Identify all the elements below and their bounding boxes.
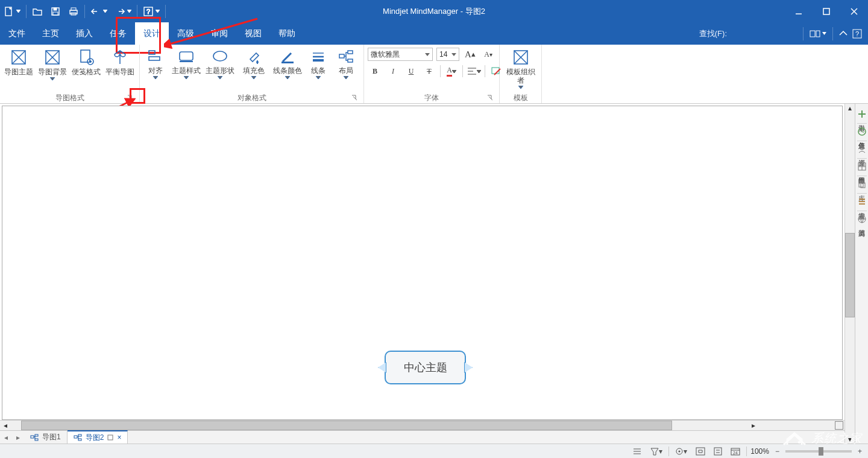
dock-browser[interactable]: 浏览器	[856, 212, 868, 227]
topic-expand-left[interactable]	[378, 362, 386, 373]
bold-button[interactable]: B	[368, 64, 382, 78]
zoom-slider[interactable]	[785, 450, 852, 453]
map-background-icon	[43, 48, 61, 66]
zoom-in-button[interactable]: +	[855, 447, 864, 456]
qat-new-button[interactable]	[0, 0, 24, 22]
document-tab-1[interactable]: 导图1	[24, 431, 68, 444]
document-tab-2[interactable]: 导图2 ×	[68, 430, 128, 444]
find-label[interactable]: 查找(F):	[699, 28, 727, 39]
qat-redo-button[interactable]	[111, 0, 135, 22]
h-scroll-thumb[interactable]	[21, 421, 672, 430]
balance-map-icon	[111, 48, 129, 66]
ribbon-map-background-button[interactable]: 导图背景	[37, 47, 68, 92]
tab-design[interactable]: 设计	[135, 22, 169, 45]
collapse-ribbon-button[interactable]	[837, 30, 850, 37]
ribbon-layout-button[interactable]	[807, 29, 829, 39]
tab-task[interactable]: 任务	[101, 22, 135, 45]
zoom-level[interactable]: 100%	[750, 447, 769, 456]
scroll-down-button[interactable]: ▾	[845, 435, 855, 444]
map-icon	[74, 434, 82, 441]
page-control-button[interactable]	[835, 421, 843, 430]
svg-point-33	[213, 51, 227, 61]
dock-taskinfo[interactable]: 任务信息	[856, 125, 868, 139]
ribbon-notes-format-button[interactable]: 便笺格式	[71, 47, 101, 92]
ribbon-group-launcher-map-format[interactable]	[126, 94, 134, 102]
status-fit-button[interactable]	[693, 447, 708, 456]
ribbon-map-theme-button[interactable]: 导图主题	[4, 47, 34, 92]
ribbon-group-launcher-font[interactable]	[486, 94, 494, 102]
dock-search[interactable]: 搜索	[856, 195, 868, 209]
ribbon-fill-color-button[interactable]: 填充色	[239, 47, 269, 92]
status-filter-funnel-button[interactable]: ▾	[648, 447, 665, 456]
text-align-button[interactable]	[467, 64, 481, 78]
underline-button[interactable]: U	[404, 64, 418, 78]
ribbon-group-font: 微软雅黑 14 A▴ A▾ B I U T A	[364, 45, 500, 103]
shrink-font-button[interactable]: A▾	[481, 47, 495, 62]
ribbon-layout-button[interactable]: 布局	[334, 47, 358, 92]
dock-resources[interactable]: 资源	[856, 142, 868, 157]
ribbon-topic-style-button[interactable]: 主题样式	[171, 47, 201, 92]
qat-help-button[interactable]: ?	[139, 0, 163, 22]
ribbon-template-organizer-button[interactable]: 模板组织者	[503, 47, 538, 92]
ribbon-group-launcher-object-format[interactable]	[350, 94, 359, 102]
ribbon-balance-map-button[interactable]: 平衡导图	[105, 47, 135, 92]
tab-review[interactable]: 审阅	[203, 22, 236, 45]
qat-separator	[165, 5, 166, 18]
status-filter-list-button[interactable]	[630, 447, 644, 456]
canvas[interactable]: 中心主题	[2, 106, 843, 420]
tab-insert[interactable]: 插入	[68, 22, 101, 45]
qat-undo-button[interactable]	[87, 0, 111, 22]
doctab-next-button[interactable]: ▸	[12, 431, 24, 444]
font-size-select[interactable]: 14	[436, 48, 459, 61]
fill-color-icon	[245, 48, 262, 65]
tab-home[interactable]: 主页	[34, 22, 68, 45]
tab-help[interactable]: 帮助	[270, 22, 304, 45]
scroll-up-button[interactable]: ▴	[845, 104, 855, 112]
scroll-right-button[interactable]: ▸	[749, 421, 759, 430]
ribbon-topic-shape-button[interactable]: 主题形状	[205, 47, 235, 92]
qat-save-button[interactable]	[46, 0, 64, 22]
menu-row: 文件 主页 插入 任务 设计 高级 审阅 视图 帮助 查找(F): ?	[0, 22, 868, 45]
central-topic[interactable]: 中心主题	[385, 351, 466, 384]
zoom-out-button[interactable]: −	[773, 447, 782, 456]
status-collapse-button[interactable]	[711, 447, 725, 456]
v-scroll-thumb[interactable]	[845, 233, 855, 317]
tab-view[interactable]: 视图	[236, 22, 270, 45]
svg-rect-14	[816, 31, 820, 37]
horizontal-scrollbar[interactable]: ◂ ▸	[0, 420, 844, 430]
status-calendar-button[interactable]: 24	[728, 447, 743, 456]
italic-button[interactable]: I	[386, 64, 400, 78]
qat-open-button[interactable]	[28, 0, 46, 22]
vertical-scrollbar[interactable]: ▴ ▾	[844, 104, 855, 444]
tab-window-icon[interactable]	[107, 434, 113, 441]
minimize-button[interactable]	[785, 0, 813, 22]
ribbon-align-button[interactable]: 对齐	[143, 47, 168, 92]
qat-print-button[interactable]	[64, 0, 83, 22]
close-button[interactable]	[840, 0, 868, 22]
notes-format-icon	[77, 48, 95, 66]
doctab-prev-button[interactable]: ◂	[0, 431, 12, 444]
status-target-button[interactable]: ▾	[673, 447, 690, 456]
dock-mapparts[interactable]: 导图组件	[856, 160, 868, 174]
maximize-button[interactable]	[813, 0, 840, 22]
workspace: 中心主题 ◂ ▸ ◂ ▸ 导图1 导图2 ×	[0, 104, 868, 444]
topic-expand-right[interactable]	[464, 362, 473, 373]
tab-close-button[interactable]: ×	[117, 433, 121, 442]
topic-style-icon	[178, 48, 195, 65]
font-color-button[interactable]: A	[444, 64, 459, 78]
ribbon-line-color-button[interactable]: 线条颜色	[272, 47, 303, 92]
svg-rect-51	[35, 439, 38, 441]
ribbon-group-label: 导图格式	[55, 93, 84, 103]
menu-help-button[interactable]: ?	[850, 29, 864, 39]
dock-index[interactable]: 索引	[856, 107, 868, 122]
strike-button[interactable]: T	[422, 64, 436, 78]
svg-point-57	[860, 146, 864, 150]
scroll-left-button[interactable]: ◂	[0, 421, 10, 430]
grow-font-button[interactable]: A▴	[463, 47, 477, 62]
align-icon	[147, 48, 164, 65]
ribbon-line-button[interactable]: 线条	[306, 47, 330, 92]
tab-file[interactable]: 文件	[0, 22, 34, 45]
tab-advanced[interactable]: 高级	[169, 22, 203, 45]
dock-library[interactable]: 库	[856, 177, 868, 192]
font-name-select[interactable]: 微软雅黑	[368, 48, 433, 61]
